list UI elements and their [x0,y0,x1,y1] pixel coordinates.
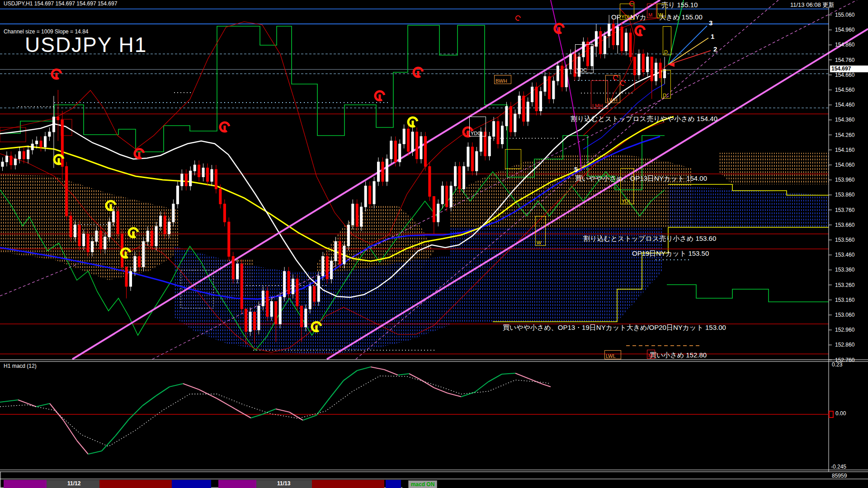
chart-canvas[interactable] [0,0,868,488]
chart-object-label: YDC [471,131,481,136]
macd-scale-bottom: -0.245 [831,464,846,470]
price-axis-tick: 154.060 [835,162,854,168]
price-axis-tick: 153.360 [835,267,854,273]
chart-object-box-m[interactable]: M [647,4,656,18]
price-axis-tick: 152.860 [835,342,854,348]
chart-object-label: YDH [621,14,632,19]
session-bar-segment [312,480,384,488]
annotation-buy-153-00: 買いやや小さめ、OP13・19日NYカット大きめ/OP20日NYカット 153.… [503,324,726,332]
session-bar-segment: 11/13 [256,480,312,488]
chart-object-label: LWL [606,353,616,359]
current-price-tag: 154.697 [830,66,868,72]
session-bar-segment [172,480,211,488]
chart-object-box-w[interactable]: W [657,4,666,18]
chart-object-box-w[interactable]: W [535,216,546,246]
price-axis-tick: 154.460 [835,102,854,108]
price-axis-tick: 154.860 [835,42,854,48]
price-axis-tick: 153.460 [835,252,854,258]
chart-object-box-m[interactable]: M [647,350,655,359]
macd-scale-extra: 85959 [832,473,847,479]
sell-quote-label: 売り 155.10 [661,1,698,9]
price-axis-tick: 154.760 [835,57,854,63]
price-axis-tick: 154.360 [835,117,854,123]
chart-object-box-ydc[interactable]: YDC [575,44,594,73]
session-bar-segment: 11/12 [47,480,99,488]
chart-object-label: M [648,353,652,358]
price-axis-tick: 153.560 [835,237,854,243]
chart-object-box-ydl[interactable]: YDL [620,168,634,204]
chart-object-label: LMH [592,103,603,108]
macd-panel-label: H1 macd (12) [4,363,37,369]
price-axis-tick: 154.660 [835,72,854,78]
chart-object-label: M [648,12,652,18]
chart-object-label: W [658,12,663,18]
annotation-sell-153-60: 割り込むとストップロス売り小さめ 153.60 [583,235,716,243]
trading-chart-window: USDJPY,H1 154.697 154.697 154.697 154.69… [0,0,868,488]
chart-object-label: YDC [576,67,587,73]
session-bar-segment [386,480,401,488]
price-axis-tick: 152.960 [835,327,854,333]
chart-object-box-lwh[interactable]: LWH [605,75,620,103]
update-timestamp: 11/13 06:08 更新 [790,1,834,9]
price-axis-tick: 153.260 [835,282,854,288]
wave-label-1: 1 [711,33,714,40]
price-axis-tick: 153.160 [835,297,854,303]
chart-object-box-ydc[interactable]: YDC [469,117,486,136]
wave-label-5: 5 [574,165,578,173]
price-axis-tick: 153.860 [835,192,854,198]
session-date-label: 11/13 [277,480,290,487]
macd-scale-zero: 0.00 [835,410,846,417]
session-bar-segment [99,480,172,488]
price-axis-tick: 153.760 [835,207,854,213]
chart-object-box-d[interactable]: D [663,26,671,55]
symbol-title: USDJPY,H1 154.697 154.697 154.697 154.69… [4,0,117,7]
chart-object-box-unlabeled[interactable] [505,149,521,169]
price-axis-tick: 155.060 [835,12,854,18]
price-axis-tick: 153.960 [835,177,854,183]
chart-object-label: BWH [495,78,507,84]
chart-object-box-d[interactable]: D [661,70,671,99]
session-bar-segment [218,480,256,488]
price-axis-tick: 154.260 [835,132,854,138]
session-date-label: 11/12 [67,480,80,487]
price-axis-tick: 152.760 [835,357,854,363]
price-axis-tick: 154.960 [835,27,854,33]
chart-object-box-ydh[interactable]: YDH [620,4,634,20]
chart-object-label: LWH [607,97,618,103]
session-bar-segment [4,480,47,488]
annotation-sell-154-40: 割り込むとストップロス売りやや小さめ 154.40 [571,115,717,123]
watermark-symbol: USDJPY H1 [25,33,147,57]
chart-object-box-bwh[interactable]: BWH [494,75,511,84]
price-axis-tick: 154.160 [835,147,854,153]
price-axis-tick: 153.060 [835,312,854,318]
wave-label-3: 3 [709,19,712,27]
wave-label-2: 2 [713,45,717,53]
price-axis-tick: 153.660 [835,222,854,228]
macd-toggle-button[interactable]: macd ON [408,480,437,488]
chart-object-label: W [537,240,541,245]
chart-object-label: YDL [622,198,631,204]
annotation-buy-152-80: 買い小さめ 152.80 [650,351,707,360]
chart-object-box-lwl[interactable]: LWL [604,350,621,359]
price-axis-tick: 154.560 [835,87,854,93]
chart-object-label: D [663,93,666,98]
annotation-op19-153-50: OP19日NYカット 153.50 [632,249,709,258]
chart-object-label: D [664,49,668,55]
annotation-buy-154-00: 買いやや小さめ、OP13日NYカット 154.00 [575,174,707,183]
